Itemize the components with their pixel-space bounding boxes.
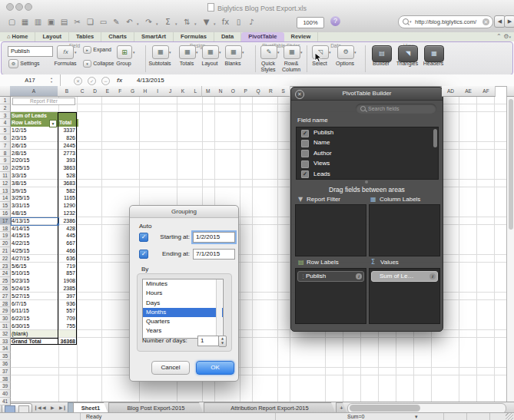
- new-icon[interactable]: ▢: [6, 16, 18, 28]
- sort-icon[interactable]: ⇅: [181, 16, 193, 28]
- row-header-14[interactable]: 14: [0, 194, 11, 202]
- starting-at-checkbox[interactable]: ✓: [139, 233, 148, 242]
- col-header-o[interactable]: O: [227, 86, 240, 97]
- tab-data[interactable]: Data: [214, 32, 241, 41]
- field-item-publish[interactable]: ✓Publish: [297, 127, 438, 137]
- select-button[interactable]: Select: [306, 61, 333, 67]
- row-header-13[interactable]: 13: [0, 187, 11, 195]
- filter-dropdown-icon[interactable]: ▾: [214, 21, 216, 26]
- redo-dropdown-icon[interactable]: ▾: [156, 21, 158, 26]
- row-header-36[interactable]: 36: [0, 360, 11, 368]
- row-header-12[interactable]: 12: [0, 180, 11, 187]
- close-icon[interactable]: ✕: [295, 90, 304, 99]
- cancel-entry-icon[interactable]: ✕: [74, 77, 82, 85]
- row-column-button[interactable]: Row& Column: [277, 61, 305, 73]
- save-icon[interactable]: ▣: [45, 16, 57, 28]
- field-checkbox[interactable]: [301, 140, 309, 147]
- row-header-37[interactable]: 37: [0, 368, 11, 375]
- row-header-35[interactable]: 35: [0, 352, 11, 360]
- row-header-29[interactable]: 29: [0, 307, 11, 315]
- col-header-p[interactable]: P: [240, 86, 253, 97]
- workbook-gallery-icon[interactable]: ▥: [32, 16, 44, 28]
- row-header-41[interactable]: 41: [0, 398, 11, 405]
- row-header-40[interactable]: 40: [0, 390, 11, 398]
- options-icon[interactable]: ⚙: [337, 45, 354, 59]
- row-header-26[interactable]: 26: [0, 285, 11, 293]
- help-button[interactable]: ?: [330, 16, 340, 26]
- ok-button[interactable]: OK: [196, 361, 234, 375]
- field-item-author[interactable]: Author: [297, 148, 438, 158]
- forward-button[interactable]: ▶: [504, 15, 514, 28]
- dialog-title[interactable]: Grouping: [130, 206, 238, 218]
- collapse-ribbon-icon[interactable]: ⌃: [496, 33, 502, 40]
- sheet-nav-2[interactable]: ▶: [51, 404, 55, 412]
- col-header-l[interactable]: L: [189, 86, 202, 97]
- col-header-e[interactable]: E: [101, 86, 114, 97]
- col-header-m[interactable]: M: [202, 86, 215, 97]
- ending-at-input[interactable]: 7/1/2015: [193, 249, 235, 260]
- col-header-g[interactable]: G: [126, 86, 139, 97]
- layout-dropdown-icon[interactable]: ▾: [219, 50, 221, 55]
- col-header-n[interactable]: N: [214, 86, 227, 97]
- formulas-icon[interactable]: fx: [57, 45, 74, 59]
- row-header-16[interactable]: 16: [0, 210, 11, 217]
- zoom-select[interactable]: 100%: [297, 17, 324, 28]
- field-info-icon[interactable]: i: [356, 273, 362, 279]
- quick-styles-dropdown-icon[interactable]: ▾: [277, 50, 280, 55]
- grouping-listbox[interactable]: MinutesHoursDaysMonthsQuartersYears: [142, 279, 224, 339]
- row-header-19[interactable]: 19: [0, 232, 11, 240]
- row-header-39[interactable]: 39: [0, 382, 11, 390]
- days-stepper[interactable]: ▲▼: [218, 336, 227, 347]
- autosum-icon[interactable]: Σ: [162, 16, 174, 28]
- search-scope-chevron-icon[interactable]: ▾: [410, 19, 412, 24]
- collapse-button[interactable]: ▾ Collapse: [83, 60, 114, 68]
- builder-icon[interactable]: ▤: [372, 45, 392, 62]
- column-labels-dropzone[interactable]: [369, 204, 440, 256]
- notebook-icon[interactable]: ▯: [233, 16, 244, 28]
- row-column-icon[interactable]: ▦: [284, 45, 300, 59]
- fill-handle[interactable]: [57, 223, 59, 226]
- settings-button[interactable]: ⚙ Settings: [8, 59, 40, 68]
- report-filter-zone[interactable]: Report Filter: [12, 98, 75, 105]
- blanks-button[interactable]: Blanks: [219, 61, 247, 67]
- redo-icon[interactable]: ↷: [143, 16, 154, 28]
- number-of-days-input[interactable]: 1: [197, 336, 219, 346]
- col-header-af[interactable]: AF: [477, 86, 496, 97]
- field-checkbox[interactable]: [301, 150, 309, 157]
- field-item-leads[interactable]: ✓Leads: [297, 169, 438, 179]
- row-header-15[interactable]: 15: [0, 202, 11, 210]
- field-item-views[interactable]: Views: [297, 158, 438, 168]
- col-header-d[interactable]: D: [88, 86, 101, 97]
- select-dropdown-icon[interactable]: ▾: [329, 50, 331, 55]
- row-header-7[interactable]: 7: [0, 142, 11, 150]
- formulas-dropdown-icon[interactable]: ▾: [75, 50, 77, 55]
- field-checkbox[interactable]: ✓: [301, 130, 309, 137]
- copy-icon[interactable]: ❏: [85, 16, 96, 28]
- undo-dropdown-icon[interactable]: ▾: [137, 21, 139, 26]
- group-icon[interactable]: ⊞: [117, 45, 132, 59]
- subtotals-dropdown-icon[interactable]: ▾: [169, 50, 171, 55]
- search-field[interactable]: ▾ http://blog.biglytics.com/ ✕: [398, 15, 493, 28]
- blanks-icon[interactable]: ▦: [225, 45, 242, 59]
- subtotals-icon[interactable]: ▦: [152, 45, 169, 59]
- col-header-ae[interactable]: AE: [459, 86, 478, 97]
- print-icon[interactable]: ▤: [58, 16, 70, 28]
- row-header-3[interactable]: 3: [0, 112, 11, 120]
- grouping-option-hours[interactable]: Hours: [143, 289, 223, 298]
- col-header-a[interactable]: A: [10, 86, 58, 97]
- totals-icon[interactable]: ▦: [179, 45, 196, 59]
- col-header-ad[interactable]: AD: [442, 86, 460, 97]
- blanks-dropdown-icon[interactable]: ▾: [242, 50, 244, 55]
- ending-at-checkbox[interactable]: ✓: [139, 250, 148, 259]
- open-icon[interactable]: ▦: [19, 16, 31, 28]
- resize-grip[interactable]: [506, 413, 513, 420]
- tab-pivottable[interactable]: PivotTable: [241, 32, 284, 41]
- row-labels-dropzone[interactable]: ⋮ Publish i: [295, 268, 366, 324]
- row-header-25[interactable]: 25: [0, 277, 11, 285]
- formulas-button[interactable]: Formulas: [52, 61, 78, 67]
- totals-dropdown-icon[interactable]: ▾: [196, 50, 198, 55]
- row-header-20[interactable]: 20: [0, 240, 11, 247]
- options-button[interactable]: Options: [331, 61, 359, 67]
- sheet-nav-0[interactable]: ❙◀: [34, 404, 41, 412]
- expand-button[interactable]: ▸ Expand: [83, 46, 111, 54]
